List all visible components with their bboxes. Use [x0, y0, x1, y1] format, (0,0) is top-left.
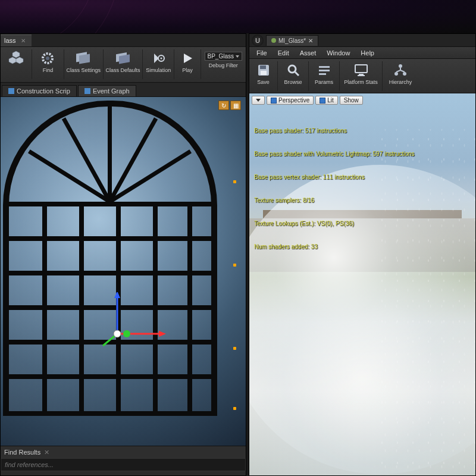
browse-button[interactable]: Browse — [278, 61, 309, 91]
button-label: Show — [344, 97, 359, 104]
left-window-tab[interactable]: lass ✕ — [1, 35, 32, 46]
svg-marker-1 — [9, 57, 16, 64]
right-toolbar: Save Browse Params Platform Stats Hierar… — [249, 59, 475, 93]
menu-bar: File Edit Asset Window Help — [249, 47, 475, 59]
menu-window[interactable]: Window — [322, 48, 355, 58]
close-icon[interactable]: ✕ — [21, 37, 26, 44]
blueprint-viewport[interactable]: ↻ ▦ — [1, 97, 246, 446]
compile-button[interactable] — [1, 49, 32, 79]
close-icon[interactable]: ✕ — [308, 37, 313, 44]
class-settings-button[interactable]: Class Settings — [64, 49, 104, 79]
svg-rect-29 — [319, 73, 326, 75]
find-button[interactable]: Find — [32, 49, 64, 79]
hierarchy-button[interactable]: Hierarchy — [383, 61, 418, 91]
save-button[interactable]: Save — [249, 61, 278, 91]
show-button[interactable]: Show — [340, 96, 363, 105]
svg-rect-13 — [8, 88, 14, 94]
toolbar-label: Class Settings — [66, 67, 101, 73]
hierarchy-icon — [392, 61, 409, 79]
blueprint-editor-window: lass ✕ Find Class Settings Cla — [0, 33, 246, 476]
shader-stats-overlay: Base pass shader: 517 instructions Base … — [254, 111, 415, 266]
right-window-tab[interactable]: MI_Glass* ✕ — [266, 35, 318, 46]
monitor-icon — [352, 61, 370, 79]
svg-point-35 — [403, 72, 406, 76]
grid-badge-icon[interactable]: ▦ — [230, 101, 241, 110]
cube-icon — [271, 98, 277, 104]
toolbar-label: Find — [43, 67, 54, 73]
svg-rect-14 — [84, 88, 90, 94]
window-mesh — [1, 101, 227, 422]
toolbar-label: Hierarchy — [389, 79, 412, 85]
svg-point-25 — [289, 65, 296, 73]
preview-viewport-toolbar: Perspective Lit Show — [252, 96, 363, 105]
defaults-icon — [114, 49, 131, 67]
stat-line: Base pass vertex shader: 111 instruction… — [254, 173, 415, 181]
lit-button[interactable]: Lit — [315, 96, 338, 105]
button-label: Lit — [327, 97, 334, 104]
find-references-input[interactable] — [1, 458, 246, 471]
find-results-tab[interactable]: Find Results ✕ — [1, 446, 246, 458]
tab-title: MI_Glass* — [278, 37, 306, 44]
cubes-icon — [7, 49, 25, 67]
material-preview-viewport[interactable]: Perspective Lit Show Base pass shader: 5… — [249, 93, 475, 475]
menu-help[interactable]: Help — [356, 48, 379, 58]
debug-filter-label: Debug Filter — [205, 62, 242, 68]
simulation-button[interactable]: Simulation — [143, 49, 174, 79]
viewport-options-button[interactable] — [252, 96, 265, 105]
svg-point-34 — [394, 72, 398, 76]
script-icon — [8, 88, 14, 94]
toolbar-label: Platform Stats — [344, 79, 378, 85]
stat-line: Base pass shader: 517 instructions — [254, 127, 415, 134]
svg-rect-24 — [261, 71, 267, 75]
toolbar-label: Play — [182, 67, 193, 73]
toolbar-label: Browse — [284, 79, 302, 85]
viewport-badges: ↻ ▦ — [218, 101, 241, 110]
realtime-badge-icon[interactable]: ↻ — [218, 101, 229, 110]
graph-icon — [84, 88, 90, 94]
svg-point-11 — [161, 58, 162, 60]
right-titlebar: U MI_Glass* ✕ — [249, 34, 475, 47]
chevron-down-icon — [256, 99, 261, 102]
svg-rect-27 — [319, 66, 330, 68]
left-tab-bar: lass ✕ — [1, 34, 246, 47]
play-icon — [178, 49, 196, 67]
svg-rect-32 — [358, 75, 365, 76]
svg-rect-28 — [319, 70, 330, 71]
svg-rect-30 — [355, 65, 367, 73]
search-icon — [284, 61, 302, 79]
stat-line: Num shaders added: 33 — [254, 243, 415, 250]
tab-label: Find Results — [4, 449, 40, 456]
combo-value: BP_Glass — [208, 53, 234, 60]
svg-line-26 — [295, 72, 299, 76]
svg-rect-23 — [260, 65, 266, 69]
toolbar-label: Simulation — [146, 67, 171, 73]
stat-line: Texture Lookups (Est.): VS(0), PS(36) — [254, 220, 415, 227]
menu-edit[interactable]: Edit — [273, 48, 294, 58]
toolbar-label: Save — [257, 79, 270, 85]
chevron-down-icon — [236, 55, 239, 58]
tab-construction-script[interactable]: Construction Scrip — [2, 85, 77, 96]
debug-filter-combo[interactable]: BP_Glass — [205, 52, 242, 61]
menu-file[interactable]: File — [252, 48, 272, 58]
play-button[interactable]: Play — [174, 49, 201, 79]
gear-icon — [39, 49, 57, 67]
svg-point-33 — [399, 64, 402, 68]
find-results-panel: Find Results ✕ — [1, 446, 246, 475]
settings-icon — [74, 49, 92, 67]
params-button[interactable]: Params — [309, 61, 340, 91]
unreal-logo-icon[interactable]: U — [252, 35, 264, 46]
simulate-icon — [149, 49, 167, 67]
stat-line: Texture samplers: 8/16 — [254, 196, 415, 204]
class-defaults-button[interactable]: Class Defaults — [104, 49, 143, 79]
close-icon[interactable]: ✕ — [44, 449, 49, 456]
tab-event-graph[interactable]: Event Graph — [78, 85, 136, 96]
svg-marker-12 — [184, 54, 192, 63]
platform-stats-button[interactable]: Platform Stats — [340, 61, 383, 91]
floppy-icon — [255, 61, 273, 79]
tab-label: Event Graph — [93, 87, 130, 95]
svg-point-4 — [46, 57, 49, 60]
svg-rect-31 — [359, 74, 364, 75]
graph-tabs: Construction Scrip Event Graph — [1, 83, 246, 97]
menu-asset[interactable]: Asset — [295, 48, 321, 58]
perspective-button[interactable]: Perspective — [267, 96, 314, 105]
